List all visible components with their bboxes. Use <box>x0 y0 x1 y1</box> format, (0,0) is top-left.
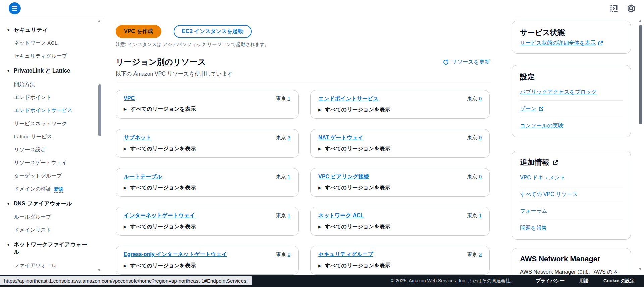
all-vpc-resources-link[interactable]: すべての VPC リソース <box>520 191 578 198</box>
vpc-documentation-link[interactable]: VPC ドキュメント <box>520 174 566 181</box>
scroll-down-icon[interactable]: ▼ <box>97 268 101 272</box>
resource-link[interactable]: ルートテーブル <box>124 173 162 180</box>
resource-link[interactable]: VPC ピアリング接続 <box>318 173 369 180</box>
sidebar-item-lattice-services[interactable]: Lattice サービス <box>0 130 103 143</box>
triangle-down-icon: ▼ <box>7 69 10 74</box>
sidebar-item-firewalls[interactable]: ファイアウォール <box>0 259 103 272</box>
terms-link[interactable]: 用語 <box>579 278 589 284</box>
sidebar-section-dns-firewall[interactable]: ▼ DNS ファイアウォール <box>0 196 103 210</box>
resource-count-link[interactable]: 0 <box>479 135 482 140</box>
sidebar-item-endpoints[interactable]: エンドポイント <box>0 91 103 104</box>
refresh-resources-link[interactable]: リソースを更新 <box>443 59 490 66</box>
sidebar-item-domain-lists[interactable]: ドメインリスト <box>0 224 103 237</box>
report-issue-link[interactable]: 問題を報告 <box>520 225 547 232</box>
sidebar-section-security[interactable]: ▼ セキュリティ <box>0 22 103 37</box>
triangle-right-icon: ▶ <box>318 225 321 229</box>
resource-link[interactable]: Egress-only インターネットゲートウェイ <box>124 251 227 258</box>
sidebar-section-network-firewall[interactable]: ▼ ネットワークファイアウォール <box>0 237 103 259</box>
sidebar-item-network-acl[interactable]: ネットワーク ACL <box>0 37 103 50</box>
sidebar-item-service-networks[interactable]: サービスネットワーク <box>0 117 103 130</box>
sidebar-item-domain-verification[interactable]: ドメインの検証新規 <box>0 183 103 196</box>
show-all-regions-toggle[interactable]: ▶ すべてのリージョンを表示 <box>318 223 482 230</box>
show-all-regions-toggle[interactable]: ▶ すべてのリージョンを表示 <box>124 262 290 269</box>
triangle-down-icon: ▼ <box>7 28 10 33</box>
block-public-access-link[interactable]: パブリックアクセスをブロック <box>520 89 597 96</box>
triangle-right-icon: ▶ <box>318 186 321 190</box>
resource-count-link[interactable]: 1 <box>288 212 290 218</box>
triangle-down-icon: ▼ <box>7 243 10 247</box>
page-scrollbar-thumb[interactable] <box>639 25 642 124</box>
sidebar-scrollbar-thumb[interactable] <box>98 84 101 136</box>
show-all-regions-toggle[interactable]: ▶ すべてのリージョンを表示 <box>124 223 290 230</box>
resource-count-link[interactable]: 3 <box>479 251 482 257</box>
forums-link[interactable]: フォーラム <box>520 208 547 215</box>
resource-link[interactable]: サブネット <box>124 134 151 141</box>
cookie-settings-link[interactable]: Cookie の設定 <box>603 278 635 284</box>
triangle-right-icon: ▶ <box>318 147 321 151</box>
scroll-up-icon[interactable]: ▲ <box>97 19 101 23</box>
resource-link[interactable]: エンドポイントサービス <box>318 95 379 102</box>
sidebar-item-resource-configs[interactable]: リソース設定 <box>0 143 103 156</box>
menu-button[interactable] <box>9 2 21 14</box>
launch-note: 注意: インスタンスは アジアパシフィック リージョンで起動されます。 <box>116 42 492 48</box>
resource-count-link[interactable]: 0 <box>479 174 482 179</box>
network-manager-title: AWS Network Manager <box>520 255 623 266</box>
sidebar-item-firewall-policies[interactable]: ファイアウォールポリシー <box>0 272 103 275</box>
resource-link[interactable]: ネットワーク ACL <box>318 212 364 219</box>
service-health-link[interactable]: サービス状態の詳細全体を表示 <box>520 40 603 47</box>
sidebar-item-target-groups[interactable]: ターゲットグループ <box>0 170 103 183</box>
resource-card: ルートテーブル 東京1 ▶ すべてのリージョンを表示 <box>116 168 299 197</box>
create-vpc-button[interactable]: VPC を作成 <box>116 25 161 38</box>
resource-link[interactable]: セキュリティグループ <box>318 251 373 258</box>
show-all-regions-toggle[interactable]: ▶ すべてのリージョンを表示 <box>124 145 290 152</box>
amazon-q-button[interactable] <box>627 4 635 13</box>
region-count: 東京3 <box>276 135 290 141</box>
show-all-regions-toggle[interactable]: ▶ すべてのリージョンを表示 <box>318 145 482 152</box>
sidebar-item-endpoint-services[interactable]: エンドポイントサービス <box>0 104 103 117</box>
cloudshell-button[interactable] <box>610 4 618 13</box>
resource-card: VPC ピアリング接続 東京0 ▶ すべてのリージョンを表示 <box>310 168 490 197</box>
region-count: 東京0 <box>467 135 482 141</box>
region-count: 東京3 <box>467 251 482 258</box>
sidebar-item-resource-gateways[interactable]: リソースゲートウェイ <box>0 156 103 170</box>
sidebar-item-get-started[interactable]: 開始方法 <box>0 78 103 91</box>
copyright-text: © 2025, Amazon Web Services, Inc. またはその関… <box>391 278 515 284</box>
side-navigation: ▼ セキュリティ ネットワーク ACL セキュリティグループ ▼ Private… <box>0 17 103 275</box>
resource-link[interactable]: VPC <box>124 95 135 101</box>
right-panel: サービス状態 サービス状態の詳細全体を表示 設定 パブリックアクセスをブロック … <box>512 21 631 287</box>
hamburger-icon <box>12 6 17 7</box>
sidebar-item-security-groups[interactable]: セキュリティグループ <box>0 50 103 63</box>
triangle-right-icon: ▶ <box>124 225 126 229</box>
scroll-up-icon[interactable]: ▲ <box>638 18 642 22</box>
sidebar-section-label: PrivateLink と Lattice <box>14 67 70 74</box>
region-count: 東京1 <box>276 174 290 180</box>
resource-link[interactable]: インターネットゲートウェイ <box>124 212 195 219</box>
show-all-regions-toggle[interactable]: ▶ すべてのリージョンを表示 <box>124 184 290 191</box>
resource-count-link[interactable]: 0 <box>479 96 482 101</box>
external-link-icon <box>598 41 603 46</box>
show-all-regions-toggle[interactable]: ▶ すべてのリージョンを表示 <box>124 106 290 113</box>
console-experiments-link[interactable]: コンソールの実験 <box>520 122 564 129</box>
resource-count-link[interactable]: 0 <box>288 251 290 257</box>
launch-ec2-button[interactable]: EC2 インスタンスを起動 <box>174 25 252 38</box>
resource-cards-grid: VPC 東京1 ▶ すべてのリージョンを表示 エンドポイントサービス 東京0 ▶… <box>116 90 490 275</box>
privacy-link[interactable]: プライバシー <box>536 278 565 284</box>
resource-count-link[interactable]: 3 <box>288 135 290 140</box>
resource-count-link[interactable]: 1 <box>288 95 290 101</box>
resource-count-link[interactable]: 1 <box>479 212 482 218</box>
refresh-icon <box>443 59 449 65</box>
scroll-down-icon[interactable]: ▼ <box>638 267 642 271</box>
show-all-regions-toggle[interactable]: ▶ すべてのリージョンを表示 <box>318 262 482 269</box>
sidebar-section-label: DNS ファイアウォール <box>14 200 72 207</box>
zones-link[interactable]: ゾーン <box>520 105 544 112</box>
sidebar-section-privatelink[interactable]: ▼ PrivateLink と Lattice <box>0 63 103 78</box>
top-header <box>0 0 644 17</box>
sidebar-item-rule-groups[interactable]: ルールグループ <box>0 210 103 224</box>
resource-card: セキュリティグループ 東京3 ▶ すべてのリージョンを表示 <box>310 246 490 275</box>
show-all-regions-toggle[interactable]: ▶ すべてのリージョンを表示 <box>318 106 482 113</box>
resource-count-link[interactable]: 1 <box>288 174 290 179</box>
divider <box>117 83 491 83</box>
show-all-regions-toggle[interactable]: ▶ すべてのリージョンを表示 <box>318 184 482 191</box>
page-title: リージョン別のリソース <box>116 57 206 67</box>
resource-link[interactable]: NAT ゲートウェイ <box>318 134 363 141</box>
